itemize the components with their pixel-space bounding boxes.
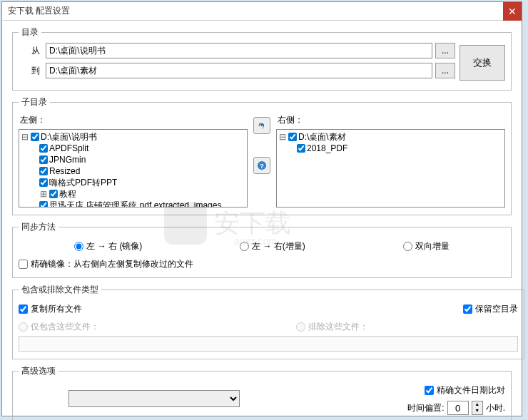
filetype-group: 包含或排除文件类型 复制所有文件 保留空目录 仅包含这些文件： 排除这些文件： (12, 284, 524, 359)
collapse-icon[interactable]: ⊟ (278, 131, 287, 143)
checkbox-input[interactable] (425, 386, 434, 395)
tree-checkbox[interactable] (39, 167, 48, 175)
radio-input[interactable] (74, 242, 83, 251)
tree-item-label: APDFSplit (49, 143, 88, 154)
expand-icon[interactable]: ⊞ (39, 188, 48, 200)
hours-label: 小时. (486, 402, 505, 414)
to-path-input[interactable] (46, 63, 432, 78)
right-tree[interactable]: ⊟D:\桌面\素材 2018_PDF (276, 129, 505, 208)
radio-incremental[interactable]: 左 → 右(增量) (240, 240, 305, 252)
time-offset-label: 时间偏置: (407, 402, 444, 414)
date-compare-check[interactable]: 精确文件日期比对 (425, 384, 505, 396)
svg-text:?: ? (260, 162, 264, 170)
keep-empty-check[interactable]: 保留空目录 (463, 303, 518, 315)
swap-button[interactable]: 交换 (460, 45, 505, 81)
tree-checkbox[interactable] (39, 201, 48, 208)
radio-input (296, 322, 305, 332)
close-icon: ✕ (508, 6, 517, 17)
checkbox-input[interactable] (19, 304, 28, 314)
checkbox-input[interactable] (19, 260, 28, 269)
advanced-group: 高级选项 精确文件日期比对 时间偏置: ▲▼ 小时. (12, 365, 512, 420)
left-tree[interactable]: ⊟D:\桌面\说明书 APDFSplit JPNGmin Resized 嗨格式… (19, 129, 248, 208)
checkbox-input[interactable] (463, 304, 472, 314)
subdirs-legend: 子目录 (19, 96, 50, 108)
filetype-input (19, 336, 518, 352)
left-side-label: 左侧： (20, 114, 248, 126)
tree-root-label: D:\桌面\说明书 (41, 131, 97, 143)
radio-input[interactable] (240, 242, 249, 251)
refresh-icon (257, 121, 267, 130)
radio-bidirectional[interactable]: 双向增量 (403, 240, 450, 252)
tree-item-label: JPNGmin (49, 154, 86, 165)
tree-item-label: 嗨格式PDF转PPT (49, 177, 117, 188)
help-button[interactable]: ? (253, 157, 270, 174)
precise-mirror-check[interactable]: 精确镜像：从右侧向左侧复制修改过的文件 (19, 258, 505, 270)
radio-input (19, 322, 28, 332)
tree-item-label: 教程 (59, 188, 76, 200)
tree-item-label: 2018_PDF (307, 143, 347, 154)
tree-checkbox[interactable] (297, 144, 305, 153)
copy-all-check[interactable]: 复制所有文件 (19, 303, 82, 315)
sync-legend: 同步方法 (19, 221, 59, 233)
tree-checkbox[interactable] (39, 178, 48, 187)
spin-up-icon[interactable]: ▲ (472, 401, 482, 408)
tree-checkbox[interactable] (39, 155, 48, 164)
spin-down-icon[interactable]: ▼ (472, 408, 482, 414)
refresh-button[interactable] (253, 117, 270, 134)
tree-checkbox[interactable] (39, 144, 48, 153)
filetype-legend: 包含或排除文件类型 (19, 284, 101, 296)
close-button[interactable]: ✕ (503, 2, 522, 21)
tree-checkbox[interactable] (31, 133, 39, 141)
browse-from-button[interactable]: ... (435, 43, 455, 58)
right-side-label: 右侧： (278, 114, 505, 126)
radio-input[interactable] (403, 242, 412, 251)
advanced-legend: 高级选项 (19, 365, 59, 377)
to-label: 到 (19, 65, 40, 77)
tree-item-label: Resized (49, 165, 80, 177)
browse-to-button[interactable]: ... (435, 63, 455, 78)
directory-legend: 目录 (19, 26, 41, 39)
directory-group: 目录 从 ... 到 ... 交换 (12, 26, 512, 91)
tree-root-label: D:\桌面\素材 (298, 131, 346, 143)
include-only-radio: 仅包含这些文件： (19, 321, 99, 333)
collapse-icon[interactable]: ⊟ (21, 131, 29, 143)
subdirs-group: 子目录 左侧： ⊟D:\桌面\说明书 APDFSplit JPNGmin Res… (12, 96, 512, 215)
sync-method-group: 同步方法 左 → 右 (镜像) 左 → 右(增量) 双向增量 精确镜像：从右侧向… (12, 221, 512, 278)
tree-checkbox[interactable] (288, 133, 297, 141)
tree-item-label: 思迅天店 店铺管理系统.pdf.extracted_images (49, 200, 221, 208)
titlebar: 安下载 配置设置 ✕ (2, 2, 522, 21)
config-dialog: 安下载 配置设置 ✕ 目录 从 ... 到 ... (1, 1, 522, 416)
exclude-radio: 排除这些文件： (296, 321, 368, 333)
advanced-combo[interactable] (68, 390, 240, 407)
radio-mirror[interactable]: 左 → 右 (镜像) (74, 240, 142, 252)
from-label: 从 (19, 45, 40, 57)
time-offset-input[interactable] (447, 401, 469, 415)
from-path-input[interactable] (46, 43, 432, 58)
window-title: 安下载 配置设置 (2, 5, 70, 17)
tree-checkbox[interactable] (49, 190, 58, 198)
content-area: 目录 从 ... 到 ... 交换 子目 (2, 21, 522, 420)
help-icon: ? (257, 160, 267, 170)
spinner-buttons[interactable]: ▲▼ (472, 401, 483, 415)
